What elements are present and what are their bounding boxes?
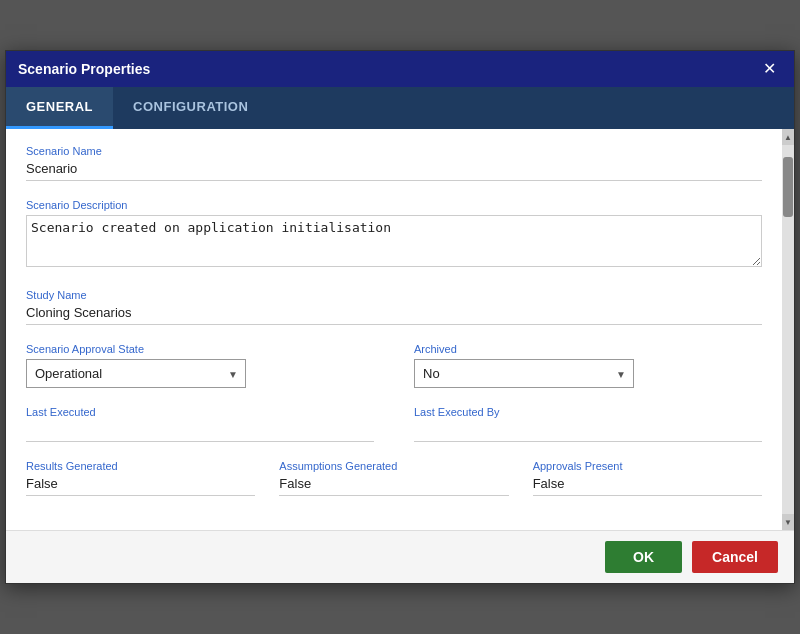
dialog-footer: OK Cancel	[6, 530, 794, 583]
archived-label: Archived	[414, 343, 762, 355]
close-button[interactable]: ✕	[757, 59, 782, 79]
tab-general[interactable]: GENERAL	[6, 87, 113, 129]
last-executed-row: Last Executed Last Executed By	[26, 406, 762, 442]
approval-state-select-wrapper: Operational Draft Approved Retired ▼	[26, 359, 246, 388]
archived-select-wrapper: No Yes ▼	[414, 359, 634, 388]
approval-state-col: Scenario Approval State Operational Draf…	[26, 343, 374, 388]
last-executed-by-value	[414, 422, 762, 442]
approvals-present-value: False	[533, 476, 762, 496]
results-generated-col: Results Generated False	[26, 460, 255, 496]
scrollbar-up-arrow[interactable]: ▲	[782, 129, 794, 145]
scrollbar-down-arrow[interactable]: ▼	[782, 514, 794, 530]
dialog-titlebar: Scenario Properties ✕	[6, 51, 794, 87]
scenario-description-label: Scenario Description	[26, 199, 762, 211]
scenario-description-input[interactable]: Scenario created on application initiali…	[26, 215, 762, 267]
last-executed-label: Last Executed	[26, 406, 374, 418]
assumptions-generated-label: Assumptions Generated	[279, 460, 508, 472]
assumptions-generated-col: Assumptions Generated False	[279, 460, 508, 496]
approvals-present-col: Approvals Present False	[533, 460, 762, 496]
archived-col: Archived No Yes ▼	[414, 343, 762, 388]
tab-bar: GENERAL CONFIGURATION	[6, 87, 794, 129]
scenario-name-label: Scenario Name	[26, 145, 762, 157]
results-generated-label: Results Generated	[26, 460, 255, 472]
results-generated-value: False	[26, 476, 255, 496]
cancel-button[interactable]: Cancel	[692, 541, 778, 573]
approvals-present-label: Approvals Present	[533, 460, 762, 472]
scenario-name-group: Scenario Name Scenario	[26, 145, 762, 181]
tab-configuration[interactable]: CONFIGURATION	[113, 87, 268, 129]
generated-row: Results Generated False Assumptions Gene…	[26, 460, 762, 496]
approval-state-label: Scenario Approval State	[26, 343, 374, 355]
last-executed-value	[26, 422, 374, 442]
last-executed-col: Last Executed	[26, 406, 374, 442]
dialog-overlay: Scenario Properties ✕ GENERAL CONFIGURAT…	[0, 0, 800, 634]
approval-state-select[interactable]: Operational Draft Approved Retired	[26, 359, 246, 388]
approval-archived-row: Scenario Approval State Operational Draf…	[26, 343, 762, 388]
scenario-name-value: Scenario	[26, 161, 762, 181]
study-name-group: Study Name Cloning Scenarios	[26, 289, 762, 325]
ok-button[interactable]: OK	[605, 541, 682, 573]
scenario-properties-dialog: Scenario Properties ✕ GENERAL CONFIGURAT…	[5, 50, 795, 584]
dialog-body: Scenario Name Scenario Scenario Descript…	[6, 129, 794, 530]
last-executed-by-label: Last Executed By	[414, 406, 762, 418]
assumptions-generated-value: False	[279, 476, 508, 496]
last-executed-by-col: Last Executed By	[414, 406, 762, 442]
dialog-title: Scenario Properties	[18, 61, 150, 77]
study-name-value: Cloning Scenarios	[26, 305, 762, 325]
scrollbar-thumb[interactable]	[783, 157, 793, 217]
dialog-content: Scenario Name Scenario Scenario Descript…	[6, 129, 782, 530]
scrollbar[interactable]: ▲ ▼	[782, 129, 794, 530]
scenario-description-group: Scenario Description Scenario created on…	[26, 199, 762, 271]
study-name-label: Study Name	[26, 289, 762, 301]
archived-select[interactable]: No Yes	[414, 359, 634, 388]
